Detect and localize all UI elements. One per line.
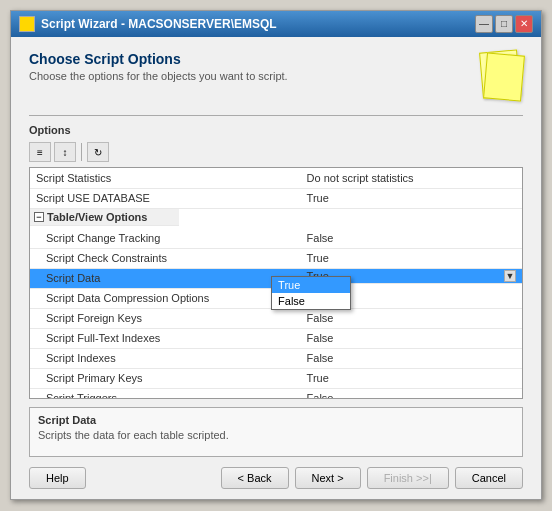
row-value: False <box>301 328 522 348</box>
section-label: − Table/View Options <box>30 209 179 226</box>
table-row[interactable]: Script Check Constraints True <box>30 248 522 268</box>
table-row[interactable]: Script Primary Keys True <box>30 368 522 388</box>
options-toolbar: ≡ ↕ ↻ <box>29 142 523 162</box>
row-label: Script Triggers <box>30 388 301 398</box>
section-header-tableview: − Table/View Options <box>30 208 522 228</box>
header-icon <box>471 51 523 103</box>
table-row[interactable]: Script Statistics Do not script statisti… <box>30 168 522 188</box>
row-label: Script Statistics <box>30 168 301 188</box>
table-row[interactable]: Script Triggers False <box>30 388 522 398</box>
row-label: Script Check Constraints <box>30 248 301 268</box>
page-title: Choose Script Options <box>29 51 288 67</box>
nav-buttons: < Back Next > Finish >>| Cancel <box>221 467 523 489</box>
options-label: Options <box>29 124 523 136</box>
dropdown-overlay[interactable]: True False <box>271 276 351 310</box>
row-value: False <box>301 348 522 368</box>
description-text: Scripts the data for each table scripted… <box>38 429 514 441</box>
cancel-button[interactable]: Cancel <box>455 467 523 489</box>
table-row[interactable]: Script USE DATABASE True <box>30 188 522 208</box>
back-button[interactable]: < Back <box>221 467 289 489</box>
window-title: Script Wizard - MACSONSERVER\EMSQL <box>41 17 277 31</box>
row-label: Script Data <box>30 268 301 288</box>
minimize-button[interactable]: — <box>475 15 493 33</box>
row-value: Do not script statistics <box>301 168 522 188</box>
collapse-icon[interactable]: − <box>34 212 44 222</box>
row-value: False <box>301 308 522 328</box>
options-table-scroll[interactable]: Script Statistics Do not script statisti… <box>30 168 522 398</box>
next-button[interactable]: Next > <box>295 467 361 489</box>
sort-az-button[interactable]: ↕ <box>54 142 76 162</box>
header-text: Choose Script Options Choose the options… <box>29 51 288 82</box>
dropdown-option-false[interactable]: False <box>272 293 350 309</box>
sort-icon: ≡ <box>37 147 43 158</box>
reset-button[interactable]: ↻ <box>87 142 109 162</box>
help-button-container: Help <box>29 467 86 489</box>
title-bar: Script Wizard - MACSONSERVER\EMSQL — □ ✕ <box>11 11 541 37</box>
options-table-container: Script Statistics Do not script statisti… <box>29 167 523 399</box>
row-value: True <box>301 188 522 208</box>
row-label: Script Full-Text Indexes <box>30 328 301 348</box>
table-row[interactable]: Script Full-Text Indexes False <box>30 328 522 348</box>
row-label: Script Change Tracking <box>30 228 301 248</box>
row-value: False <box>301 228 522 248</box>
title-bar-buttons: — □ ✕ <box>475 15 533 33</box>
table-row[interactable]: Script Indexes False <box>30 348 522 368</box>
title-icon <box>19 16 35 32</box>
row-label: Script Data Compression Options <box>30 288 301 308</box>
help-button[interactable]: Help <box>29 467 86 489</box>
footer: Help < Back Next > Finish >>| Cancel <box>29 467 523 489</box>
row-value: False <box>301 388 522 398</box>
maximize-button[interactable]: □ <box>495 15 513 33</box>
dropdown-arrow[interactable]: ▼ <box>504 270 516 282</box>
description-box: Script Data Scripts the data for each ta… <box>29 407 523 457</box>
row-value: True <box>301 248 522 268</box>
content-area: Choose Script Options Choose the options… <box>11 37 541 499</box>
row-label: Script Primary Keys <box>30 368 301 388</box>
table-row[interactable]: Script Change Tracking False <box>30 228 522 248</box>
toolbar-separator <box>81 143 82 161</box>
page-subtitle: Choose the options for the objects you w… <box>29 70 288 82</box>
row-label: Script Foreign Keys <box>30 308 301 328</box>
row-label: Script Indexes <box>30 348 301 368</box>
note-icon-front <box>483 52 525 101</box>
dropdown-option-true[interactable]: True <box>272 277 350 293</box>
row-label: Script USE DATABASE <box>30 188 301 208</box>
sort-az-icon: ↕ <box>63 147 68 158</box>
header-divider <box>29 115 523 116</box>
reset-icon: ↻ <box>94 147 102 158</box>
script-wizard-window: Script Wizard - MACSONSERVER\EMSQL — □ ✕… <box>10 10 542 500</box>
table-row[interactable]: Script Foreign Keys False <box>30 308 522 328</box>
close-button[interactable]: ✕ <box>515 15 533 33</box>
sort-icon-button[interactable]: ≡ <box>29 142 51 162</box>
description-title: Script Data <box>38 414 514 426</box>
finish-button[interactable]: Finish >>| <box>367 467 449 489</box>
row-value: True <box>301 368 522 388</box>
header-section: Choose Script Options Choose the options… <box>29 51 523 103</box>
